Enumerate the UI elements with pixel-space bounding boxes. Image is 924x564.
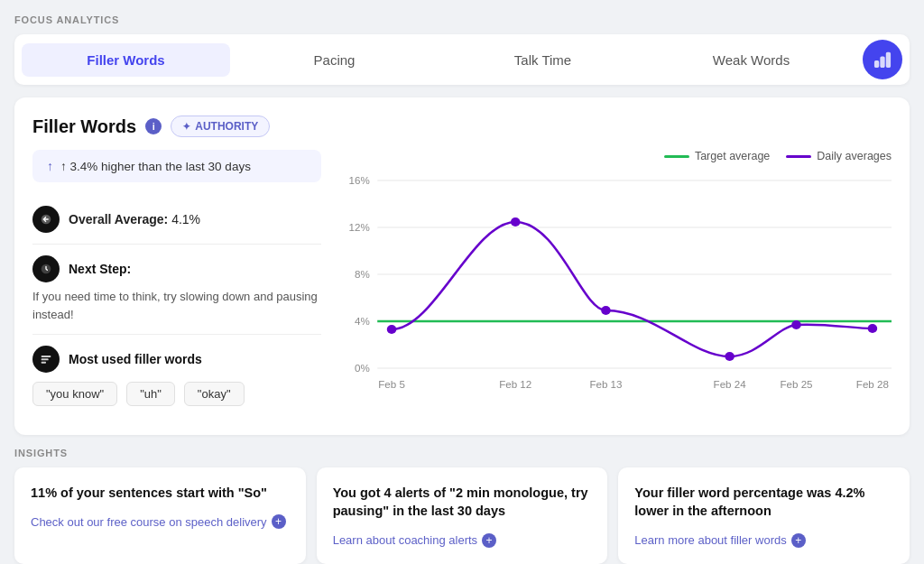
star-icon: ✦: [182, 121, 190, 133]
svg-rect-1: [881, 57, 884, 67]
legend-target-line: [664, 155, 689, 158]
info-icon[interactable]: i: [145, 118, 162, 134]
left-panel: ↑ ↑ 3.4% higher than the last 30 days Ov…: [32, 150, 321, 417]
plus-icon-0: +: [272, 514, 286, 529]
insights-section: Insights 11% of your sentences start wit…: [14, 448, 910, 564]
main-content: ↑ ↑ 3.4% higher than the last 30 days Ov…: [32, 150, 892, 417]
highlight-box: ↑ ↑ 3.4% higher than the last 30 days: [32, 150, 321, 182]
svg-point-23: [791, 320, 801, 329]
chart-legend: Target average Daily averages: [339, 150, 892, 162]
svg-point-24: [868, 324, 878, 333]
next-step-section: Next Step: If you need time to think, tr…: [32, 245, 321, 335]
most-used-label: Most used filler words: [69, 352, 202, 366]
highlight-text: ↑ 3.4% higher than the last 30 days: [60, 160, 251, 173]
legend-daily-label: Daily averages: [817, 150, 892, 162]
card-header: Filler Words i ✦ AUTHORITY: [32, 116, 892, 137]
svg-rect-5: [42, 356, 51, 357]
svg-point-21: [601, 306, 611, 315]
chart-container: 16% 12% 8% 4% 0%: [339, 171, 892, 406]
filler-tag-0: "you know": [32, 382, 117, 406]
insight-link-2[interactable]: Learn more about filler words +: [634, 533, 893, 548]
next-step-text: If you need time to think, try slowing d…: [32, 288, 321, 323]
insight-card-2: Your filler word percentage was 4.2% low…: [618, 467, 910, 564]
svg-text:Feb 5: Feb 5: [378, 379, 405, 390]
filler-words-icon: [32, 346, 60, 373]
svg-rect-2: [887, 53, 891, 68]
analytics-icon-button[interactable]: [863, 40, 902, 79]
authority-badge[interactable]: ✦ AUTHORITY: [171, 116, 270, 137]
insight-title-0: 11% of your sentences start with "So": [31, 484, 290, 502]
next-step-header: Next Step:: [32, 255, 321, 282]
svg-point-19: [387, 325, 397, 334]
filler-tag-2: "okay": [184, 382, 245, 406]
legend-target-label: Target average: [695, 150, 770, 162]
insights-grid: 11% of your sentences start with "So" Ch…: [14, 467, 910, 564]
svg-point-20: [511, 217, 521, 227]
average-icon: [32, 206, 60, 233]
plus-icon-2: +: [791, 533, 806, 548]
next-step-icon: [32, 255, 60, 282]
tabs-bar: Filler Words Pacing Talk Time Weak Words: [14, 34, 910, 85]
svg-text:8%: 8%: [355, 269, 370, 280]
filler-tags: "you know" "uh" "okay": [32, 382, 321, 406]
insights-label: Insights: [14, 448, 910, 458]
insight-link-1[interactable]: Learn about coaching alerts +: [333, 533, 592, 548]
insight-link-0[interactable]: Check out our free course on speech deli…: [31, 514, 290, 529]
svg-text:Feb 25: Feb 25: [780, 379, 812, 390]
legend-daily-line: [786, 155, 811, 158]
card-title: Filler Words: [32, 116, 136, 137]
insight-card-1: You got 4 alerts of "2 min monologue, tr…: [317, 467, 608, 564]
insight-title-1: You got 4 alerts of "2 min monologue, tr…: [333, 484, 592, 521]
filler-words-header: Most used filler words: [32, 346, 321, 373]
svg-rect-7: [42, 362, 46, 364]
svg-text:Feb 13: Feb 13: [589, 379, 622, 390]
svg-text:Feb 24: Feb 24: [714, 379, 746, 390]
tab-weak-words[interactable]: Weak Words: [647, 43, 855, 77]
svg-text:16%: 16%: [349, 175, 370, 186]
insight-card-0: 11% of your sentences start with "So" Ch…: [14, 467, 306, 564]
legend-daily: Daily averages: [786, 150, 892, 162]
authority-label: AUTHORITY: [195, 120, 258, 133]
svg-text:0%: 0%: [355, 363, 370, 374]
tab-filler-words[interactable]: Filler Words: [22, 43, 230, 77]
filler-words-section: Most used filler words "you know" "uh" "…: [32, 335, 321, 417]
svg-text:12%: 12%: [349, 222, 370, 233]
overall-label: Overall Average: 4.1%: [69, 212, 200, 227]
svg-rect-6: [42, 358, 49, 360]
next-step-label: Next Step:: [69, 262, 131, 276]
tab-pacing[interactable]: Pacing: [230, 43, 439, 77]
svg-point-22: [725, 352, 735, 361]
insight-title-2: Your filler word percentage was 4.2% low…: [634, 484, 893, 521]
plus-icon-1: +: [482, 533, 496, 548]
chart-svg: 16% 12% 8% 4% 0%: [339, 171, 892, 406]
chart-area: Target average Daily averages 16%: [339, 150, 892, 417]
svg-text:Feb 28: Feb 28: [856, 379, 889, 390]
tab-talk-time[interactable]: Talk Time: [439, 43, 647, 77]
svg-text:4%: 4%: [355, 316, 370, 327]
main-card: Filler Words i ✦ AUTHORITY ↑ ↑ 3.4% high…: [14, 97, 910, 435]
svg-text:Feb 12: Feb 12: [499, 379, 531, 390]
arrow-up-icon: ↑: [47, 159, 53, 173]
filler-tag-1: "uh": [126, 382, 175, 406]
svg-rect-0: [875, 61, 879, 67]
app-label: Focus Analytics: [14, 14, 910, 25]
legend-target: Target average: [664, 150, 770, 162]
overall-average-row: Overall Average: 4.1%: [32, 195, 321, 245]
